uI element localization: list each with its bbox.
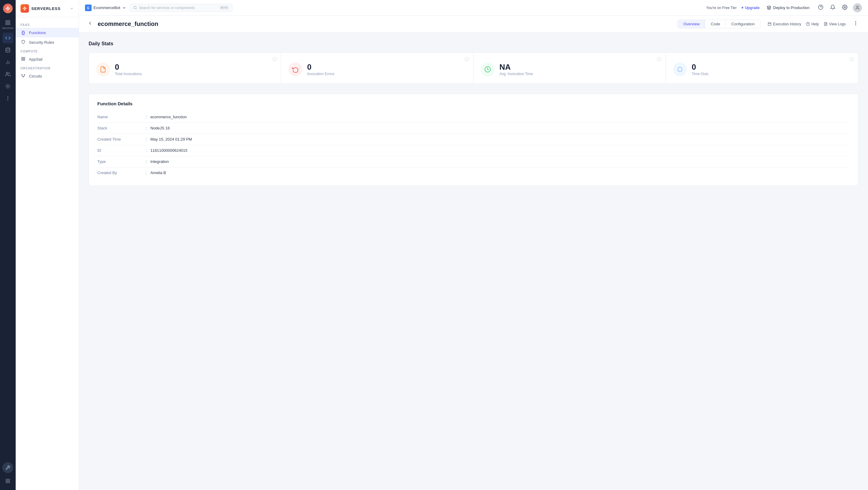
view-logs-button[interactable]: View Logs [824,22,846,26]
svg-rect-2 [8,21,10,22]
more-options-button[interactable] [850,19,861,29]
sidebar-item-security-rules[interactable]: Security Rules [16,37,79,47]
svg-point-9 [6,72,8,74]
deploy-button[interactable]: Deploy to Production [764,4,812,12]
svg-point-30 [134,6,136,9]
rail-icon-code[interactable] [2,33,13,44]
back-button[interactable] [86,19,94,29]
rail-tools-icon[interactable] [2,462,13,473]
help-button[interactable]: Help [806,22,819,26]
sidebar-item-security-label: Security Rules [29,40,54,45]
settings-icon-btn[interactable] [841,3,849,12]
function-header-actions: Execution History Help View Logs [768,19,861,29]
rail-icon-analytics[interactable] [2,57,13,67]
tab-overview[interactable]: Overview [678,20,705,28]
svg-point-44 [855,22,856,22]
execution-history-button[interactable]: Execution History [768,22,801,26]
svg-rect-19 [22,57,23,59]
search-shortcut: ⌘+K [219,6,229,10]
sidebar-item-functions-label: Functions [29,30,46,35]
detail-key-name: Name [97,115,146,119]
svg-rect-17 [8,481,10,483]
user-avatar[interactable] [853,3,862,12]
svg-point-24 [24,74,25,75]
rail-icon-users[interactable] [2,69,13,80]
help-icon-btn[interactable] [817,3,825,12]
app-logo[interactable] [3,4,13,13]
topbar-right: You're on Free Tier ✦ Upgrade Deploy to … [706,3,862,12]
rail-icon-more[interactable] [2,93,13,104]
svg-rect-16 [6,481,7,483]
sidebar-header[interactable]: SERVERLESS [16,0,79,17]
view-logs-label: View Logs [829,22,846,26]
svg-rect-3 [6,23,7,25]
rail-icon-services[interactable]: Services [2,18,13,31]
timeouts-value: 0 [692,63,709,71]
avg-invocation-time-value: NA [499,63,533,71]
notifications-icon-btn[interactable] [829,3,837,12]
icon-rail: Services [0,0,16,490]
stat-info-icon-1[interactable] [465,57,469,62]
svg-rect-14 [6,479,7,481]
main-area: E EcommerceBot Search for services or co… [79,0,868,490]
topbar: E EcommerceBot Search for services or co… [79,0,868,16]
svg-line-28 [22,76,23,76]
circuits-icon [21,74,26,79]
sidebar-collapse-icon[interactable] [70,6,74,10]
detail-row-created-by: Created By : Amelia B [97,168,849,178]
avg-invocation-time-icon [481,62,495,76]
search-placeholder: Search for services or components [139,6,217,10]
rail-icon-integrations[interactable] [2,81,13,92]
sidebar-item-functions[interactable]: {} Functions [16,28,79,37]
detail-value-id: 11811000000624015 [150,148,187,153]
security-icon [21,40,26,45]
rail-apps-icon[interactable] [2,475,13,486]
svg-point-11 [7,98,8,99]
svg-point-45 [855,23,856,24]
detail-value-name: ecommerce_function [150,115,187,119]
invocation-errors-icon [288,62,302,76]
section-label-faas: FAAS [16,21,79,28]
app-initial: E [85,4,92,11]
content-area: ecommerce_function Overview Code Configu… [79,16,868,490]
stat-info-icon-3[interactable] [849,57,854,62]
appsail-icon [21,57,26,62]
sidebar-item-appsail[interactable]: AppSail [16,54,79,64]
daily-stats-title: Daily Stats [89,41,858,47]
sidebar-content: FAAS {} Functions Security Rules COMPUTE… [16,17,79,490]
help-label: Help [811,22,819,26]
app-name: EcommerceBot [93,5,120,10]
svg-point-12 [7,96,8,97]
detail-row-name: Name : ecommerce_function [97,112,849,123]
function-details-title: Function Details [97,101,849,106]
detail-key-type: Type [97,159,146,164]
svg-rect-21 [22,59,23,60]
svg-marker-18 [23,7,27,10]
app-dropdown-icon [122,6,126,10]
search-box[interactable]: Search for services or components ⌘+K [130,4,232,12]
deploy-icon [767,5,771,10]
deploy-label: Deploy to Production [773,5,809,10]
stat-info-icon-2[interactable] [657,57,661,62]
tab-code[interactable]: Code [705,20,726,28]
stat-card-timeouts: 0 Time-Outs [666,53,858,84]
svg-rect-15 [8,479,10,481]
sidebar-item-circuits[interactable]: Circuits [16,71,79,81]
tab-configuration[interactable]: Configuration [726,20,760,28]
section-label-compute: COMPUTE [16,47,79,54]
sidebar-brand: SERVERLESS [31,6,61,11]
stat-info-icon-0[interactable] [273,57,277,62]
svg-marker-0 [6,6,10,10]
detail-row-type: Type : Integration [97,156,849,168]
svg-point-13 [7,100,8,100]
total-invocations-label: Total Invocations [115,72,142,76]
sidebar-logo [21,4,29,13]
upgrade-button[interactable]: ✦ Upgrade [741,6,760,10]
svg-line-29 [23,76,24,76]
app-selector[interactable]: E EcommerceBot [85,4,126,11]
svg-point-10 [7,86,9,87]
rail-icon-db[interactable] [2,45,13,56]
stat-card-invocation-errors: 0 Invocation Errors [281,53,473,84]
detail-key-stack: Stack [97,126,146,131]
content-body: Daily Stats 0 Total Invocations [79,33,868,194]
